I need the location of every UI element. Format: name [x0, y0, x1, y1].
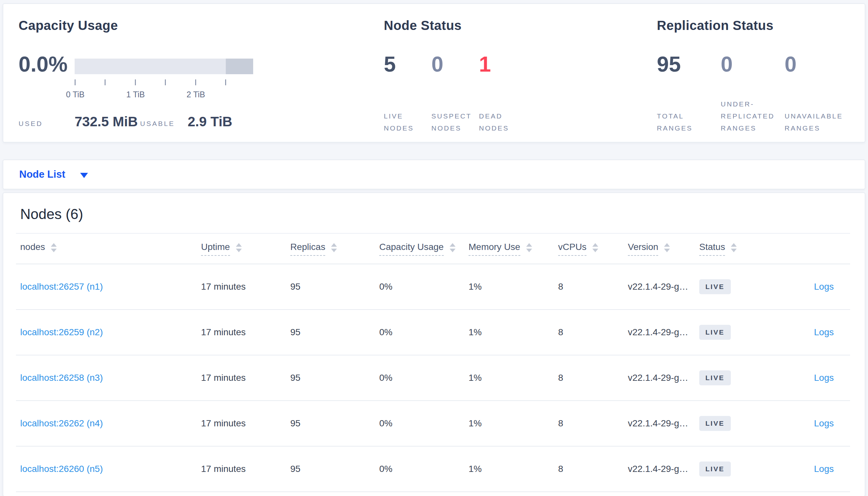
usable-value: 2.9 TiB — [188, 114, 232, 129]
table-row: localhost:26258 (n3)17 minutes950%1%8v22… — [16, 355, 850, 401]
sort-arrows-icon — [331, 243, 337, 252]
logs-link[interactable]: Logs — [814, 418, 834, 428]
capacity-usage-bar — [75, 59, 253, 74]
nodes-table: nodesUptimeReplicasCapacity UsageMemory … — [16, 233, 850, 492]
version-cell: v22.1.4-29-g… — [628, 464, 699, 474]
status-cell: LIVE — [699, 370, 769, 385]
replication-status-title: Replication Status — [657, 18, 774, 33]
live-status-badge: LIVE — [699, 279, 731, 294]
nodes-section-heading: Nodes (6) — [20, 206, 83, 222]
sort-down-icon — [51, 249, 57, 252]
column-header-memory-use[interactable]: Memory Use — [468, 242, 558, 256]
capacity-bar-segment — [226, 59, 253, 74]
table-body: localhost:26257 (n1)17 minutes950%1%8v22… — [16, 264, 850, 492]
node-status-stats: 5LIVE NODES0SUSPECT NODES1DEAD NODES — [384, 53, 526, 134]
replication-stat: 0UNAVAILABLE RANGES — [784, 53, 849, 134]
sort-up-icon — [236, 243, 242, 247]
column-header-nodes[interactable]: nodes — [16, 242, 201, 256]
node-status-stat-label: DEAD NODES — [479, 110, 525, 134]
node-link[interactable]: localhost:26259 (n2) — [20, 327, 103, 337]
uptime-cell: 17 minutes — [201, 464, 290, 474]
node-status-stat-value: 0 — [431, 53, 479, 75]
memory-use-cell: 1% — [468, 327, 558, 338]
axis-tick-label: 2 TiB — [187, 90, 205, 99]
capacity-usage-cell: 0% — [379, 281, 468, 292]
column-header-status[interactable]: Status — [699, 242, 769, 256]
capacity-bar-axis: 0 TiB 1 TiB 2 TiB — [75, 77, 253, 103]
logs-cell: Logs — [769, 464, 850, 474]
version-cell: v22.1.4-29-g… — [628, 281, 699, 292]
vcpus-cell: 8 — [558, 418, 628, 429]
status-cell: LIVE — [699, 279, 769, 294]
column-header-label: Status — [699, 242, 725, 256]
column-header-label: Memory Use — [468, 242, 520, 256]
sort-up-icon — [526, 243, 532, 247]
column-header-replicas[interactable]: Replicas — [290, 242, 379, 256]
table-header-row: nodesUptimeReplicasCapacity UsageMemory … — [16, 233, 850, 264]
logs-link[interactable]: Logs — [814, 327, 834, 337]
axis-tick-label: 1 TiB — [126, 90, 145, 99]
status-cell: LIVE — [699, 462, 769, 477]
logs-link[interactable]: Logs — [814, 281, 834, 292]
node-link[interactable]: localhost:26260 (n5) — [20, 464, 103, 474]
node-link[interactable]: localhost:26257 (n1) — [20, 281, 103, 292]
status-cell: LIVE — [699, 416, 769, 431]
vcpus-cell: 8 — [558, 281, 628, 292]
column-header-vcpus[interactable]: vCPUs — [558, 242, 628, 256]
sort-arrows-icon — [51, 243, 57, 252]
node-status-title: Node Status — [384, 18, 462, 33]
column-header-label: Uptime — [201, 242, 230, 256]
capacity-usage-cell: 0% — [379, 327, 468, 338]
uptime-cell: 17 minutes — [201, 281, 290, 292]
live-status-badge: LIVE — [699, 416, 731, 431]
nodes-table-card: Nodes (6) nodesUptimeReplicasCapacity Us… — [3, 192, 865, 496]
replication-stat-value: 0 — [784, 53, 849, 75]
column-header-version[interactable]: Version — [628, 242, 699, 256]
node-status-stat-value: 1 — [479, 53, 526, 75]
axis-tick — [75, 79, 76, 85]
column-header-label: vCPUs — [558, 242, 586, 256]
node-link[interactable]: localhost:26262 (n4) — [20, 418, 103, 428]
node-list-dropdown-label: Node List — [19, 169, 65, 180]
column-header-label: Capacity Usage — [379, 242, 444, 256]
column-header-label: Replicas — [290, 242, 325, 256]
sort-down-icon — [450, 249, 455, 252]
logs-cell: Logs — [769, 327, 850, 338]
replication-stat-value: 0 — [721, 53, 784, 75]
logs-cell: Logs — [769, 281, 850, 292]
replication-status-stats: 95TOTAL RANGES0UNDER-REPLICATED RANGES0U… — [657, 53, 849, 134]
axis-tick — [195, 79, 196, 85]
table-row: localhost:26259 (n2)17 minutes950%1%8v22… — [16, 310, 850, 355]
table-row: localhost:26262 (n4)17 minutes950%1%8v22… — [16, 401, 850, 447]
sort-arrows-icon — [526, 243, 532, 252]
memory-use-cell: 1% — [468, 464, 558, 474]
column-header-label: Version — [628, 242, 658, 256]
sort-arrows-icon — [236, 243, 242, 252]
node-cell: localhost:26262 (n4) — [16, 418, 201, 429]
used-label: USED — [18, 120, 43, 128]
replicas-cell: 95 — [290, 464, 379, 474]
sort-down-icon — [526, 249, 532, 252]
sort-arrows-icon — [731, 243, 737, 252]
node-status-stat-value: 5 — [384, 53, 431, 75]
sort-arrows-icon — [592, 243, 598, 252]
replication-stat: 95TOTAL RANGES — [657, 53, 721, 134]
replicas-cell: 95 — [290, 373, 379, 383]
node-cell: localhost:26260 (n5) — [16, 464, 201, 474]
view-selector-bar: Node List — [3, 159, 865, 189]
live-status-badge: LIVE — [699, 325, 731, 340]
capacity-usage-title: Capacity Usage — [18, 18, 118, 33]
axis-tick — [135, 79, 136, 85]
replication-stat-label: UNAVAILABLE RANGES — [784, 110, 850, 134]
live-status-badge: LIVE — [699, 462, 731, 477]
node-link[interactable]: localhost:26258 (n3) — [20, 373, 103, 383]
column-header-uptime[interactable]: Uptime — [201, 242, 290, 256]
column-header-capacity-usage[interactable]: Capacity Usage — [379, 242, 468, 256]
node-status-stat-label: SUSPECT NODES — [431, 110, 477, 134]
logs-link[interactable]: Logs — [814, 464, 834, 474]
vcpus-cell: 8 — [558, 373, 628, 383]
logs-link[interactable]: Logs — [814, 373, 834, 383]
node-list-dropdown[interactable]: Node List — [19, 169, 88, 180]
capacity-percent-value: 0.0% — [18, 53, 68, 75]
replication-stat-label: TOTAL RANGES — [657, 110, 722, 134]
